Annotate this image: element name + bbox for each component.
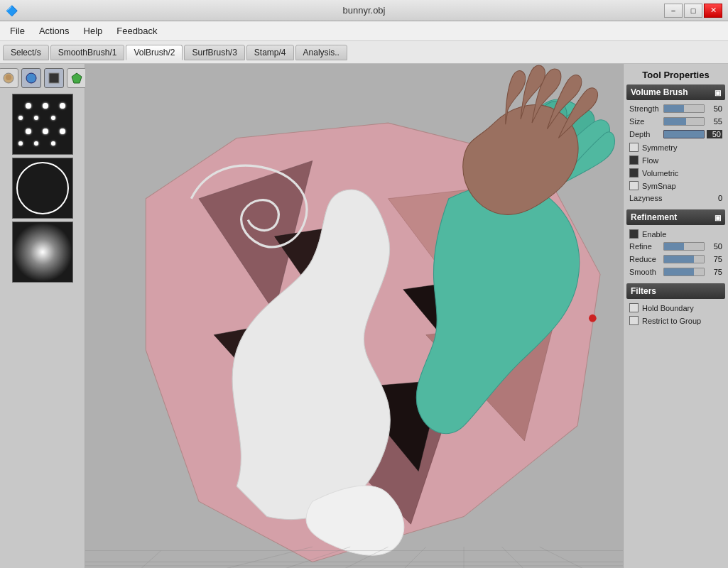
strength-value: 50 (707, 104, 722, 113)
icon-polygon[interactable] (67, 68, 87, 88)
size-label: Size (629, 117, 644, 126)
viewport-canvas (85, 64, 623, 568)
depth-value: 50 (707, 130, 722, 138)
refine-value: 50 (707, 242, 722, 251)
smooth-slider[interactable] (663, 268, 705, 276)
tab-stamp[interactable]: Stamp/4 (246, 45, 294, 60)
depth-row: Depth 50 (626, 129, 725, 140)
refinement-label: Refinement (631, 212, 677, 222)
volumetric-row: Volumetric (626, 167, 725, 179)
hold-boundary-label: Hold Boundary (642, 304, 694, 312)
refine-slider-container: 50 (663, 242, 722, 251)
brush-dots-preview (12, 94, 73, 155)
menu-help[interactable]: Help (77, 23, 110, 39)
smooth-label: Smooth (629, 268, 656, 276)
icon-box[interactable] (44, 68, 64, 88)
svg-rect-3 (49, 73, 59, 83)
app-icon: 🔷 (6, 5, 18, 16)
enable-row: Enable (626, 228, 725, 240)
tool-properties-title: Tool Properties (626, 67, 725, 84)
enable-checkbox[interactable] (629, 229, 639, 239)
symmetry-checkbox[interactable] (629, 143, 639, 152)
menu-file[interactable]: File (3, 23, 32, 39)
svg-marker-4 (72, 73, 82, 83)
menu-feedback[interactable]: Feedback (109, 23, 164, 39)
size-row: Size 55 (626, 116, 725, 127)
scene-svg (85, 64, 623, 568)
filters-header[interactable]: Filters (626, 283, 725, 299)
tab-analysis[interactable]: Analysis.. (295, 45, 347, 60)
title-bar-buttons: − □ ✕ (664, 4, 722, 18)
symsnap-row: SymSnap (626, 180, 725, 192)
main-content: Tool Properties Volume Brush ▣ Strength … (0, 64, 728, 568)
refine-label: Refine (629, 242, 652, 251)
svg-point-17 (589, 315, 597, 322)
title-bar: 🔷 bunnyr.obj − □ ✕ (0, 0, 728, 21)
lazyness-label: Lazyness (629, 194, 662, 202)
icon-sphere[interactable] (21, 68, 41, 88)
symmetry-row: Symmetry (626, 141, 725, 153)
icon-head[interactable] (0, 68, 18, 88)
viewport[interactable] (85, 64, 623, 568)
svg-point-5 (17, 163, 68, 214)
flow-label: Flow (642, 156, 658, 165)
size-slider[interactable] (663, 117, 705, 126)
strength-slider[interactable] (663, 104, 705, 113)
lazyness-value: 0 (707, 194, 722, 202)
size-slider-container: 55 (663, 117, 722, 126)
restrict-to-group-label: Restrict to Group (642, 317, 701, 325)
close-button[interactable]: ✕ (704, 4, 722, 18)
maximize-button[interactable]: □ (684, 4, 702, 18)
brush-radial-preview (12, 222, 73, 283)
enable-label: Enable (642, 230, 666, 239)
refinement-collapse[interactable]: ▣ (715, 214, 721, 222)
brush-circle-preview (12, 158, 73, 219)
svg-point-1 (6, 75, 11, 80)
tab-vol-brush[interactable]: VolBrush/2 (126, 45, 183, 60)
smooth-value: 75 (707, 268, 722, 276)
menu-actions[interactable]: Actions (32, 23, 77, 39)
symsnap-label: SymSnap (642, 182, 676, 190)
icon-row-top (0, 68, 87, 88)
refine-row: Refine 50 (626, 241, 725, 252)
menu-bar: File Actions Help Feedback (0, 21, 728, 41)
smooth-slider-container: 75 (663, 268, 722, 276)
tab-select[interactable]: Select/s (3, 45, 49, 60)
title-bar-left: 🔷 (6, 5, 18, 16)
volume-brush-header[interactable]: Volume Brush ▣ (626, 84, 725, 100)
minimize-button[interactable]: − (664, 4, 683, 18)
volume-brush-label: Volume Brush (631, 87, 688, 97)
depth-label: Depth (629, 130, 650, 138)
flow-row: Flow (626, 154, 725, 166)
toolbar: Select/s SmoothBrush/1 VolBrush/2 SurfBr… (0, 41, 728, 64)
filters-label: Filters (631, 286, 656, 296)
reduce-slider[interactable] (663, 255, 705, 263)
symmetry-label: Symmetry (642, 143, 678, 152)
lazyness-row: Lazyness 0 (626, 192, 725, 204)
right-panel: Tool Properties Volume Brush ▣ Strength … (623, 64, 728, 568)
refinement-header[interactable]: Refinement ▣ (626, 209, 725, 225)
hold-boundary-checkbox[interactable] (629, 303, 639, 312)
strength-label: Strength (629, 104, 659, 113)
volume-brush-collapse[interactable]: ▣ (715, 89, 721, 97)
flow-checkbox[interactable] (629, 155, 639, 165)
volumetric-checkbox[interactable] (629, 168, 639, 178)
reduce-row: Reduce 75 (626, 253, 725, 265)
smooth-row: Smooth 75 (626, 266, 725, 278)
tab-surf-brush[interactable]: SurfBrush/3 (184, 45, 244, 60)
window-title: bunnyr.obj (343, 5, 386, 16)
strength-row: Strength 50 (626, 103, 725, 114)
size-value: 55 (707, 117, 722, 126)
depth-slider[interactable] (663, 130, 705, 138)
left-panel (0, 64, 85, 568)
reduce-slider-container: 75 (663, 255, 722, 263)
reduce-value: 75 (707, 255, 722, 263)
strength-slider-container: 50 (663, 104, 722, 113)
refine-slider[interactable] (663, 242, 705, 251)
volumetric-label: Volumetric (642, 169, 678, 178)
restrict-to-group-row: Restrict to Group (626, 315, 725, 327)
tab-smooth-brush[interactable]: SmoothBrush/1 (50, 45, 125, 60)
symsnap-checkbox[interactable] (629, 181, 639, 190)
restrict-to-group-checkbox[interactable] (629, 316, 639, 325)
svg-point-2 (26, 73, 36, 83)
